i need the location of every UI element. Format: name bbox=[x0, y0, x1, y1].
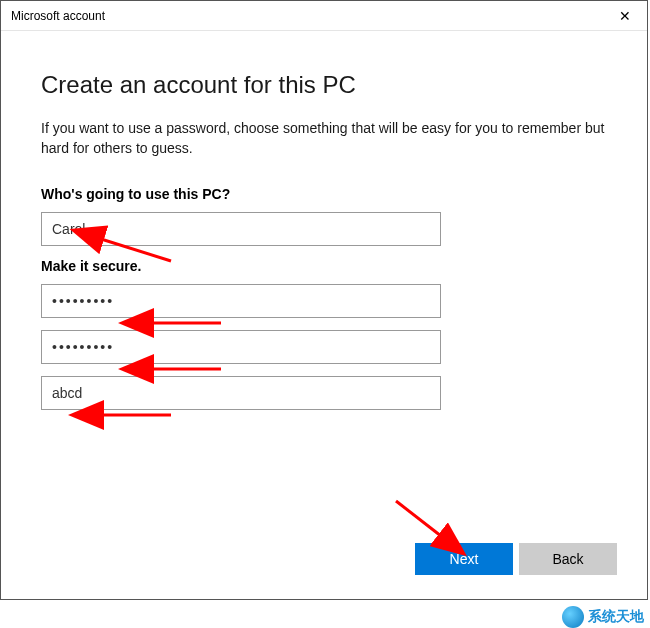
password-input[interactable] bbox=[41, 284, 441, 318]
window-title: Microsoft account bbox=[11, 9, 105, 23]
close-button[interactable]: ✕ bbox=[602, 1, 647, 31]
secure-label: Make it secure. bbox=[41, 258, 607, 274]
content-area: Create an account for this PC If you wan… bbox=[1, 31, 647, 422]
next-button[interactable]: Next bbox=[415, 543, 513, 575]
watermark-text: 系统天地 bbox=[588, 608, 644, 626]
password-hint-input[interactable] bbox=[41, 376, 441, 410]
titlebar: Microsoft account ✕ bbox=[1, 1, 647, 31]
back-button[interactable]: Back bbox=[519, 543, 617, 575]
close-icon: ✕ bbox=[619, 8, 631, 24]
page-description: If you want to use a password, choose so… bbox=[41, 119, 607, 158]
username-label: Who's going to use this PC? bbox=[41, 186, 607, 202]
microsoft-account-window: Microsoft account ✕ Create an account fo… bbox=[0, 0, 648, 600]
username-input[interactable] bbox=[41, 212, 441, 246]
watermark: 系统天地 bbox=[562, 606, 644, 628]
svg-line-5 bbox=[396, 501, 441, 536]
page-heading: Create an account for this PC bbox=[41, 71, 607, 99]
confirm-password-input[interactable] bbox=[41, 330, 441, 364]
button-row: Next Back bbox=[415, 543, 617, 575]
watermark-globe-icon bbox=[562, 606, 584, 628]
